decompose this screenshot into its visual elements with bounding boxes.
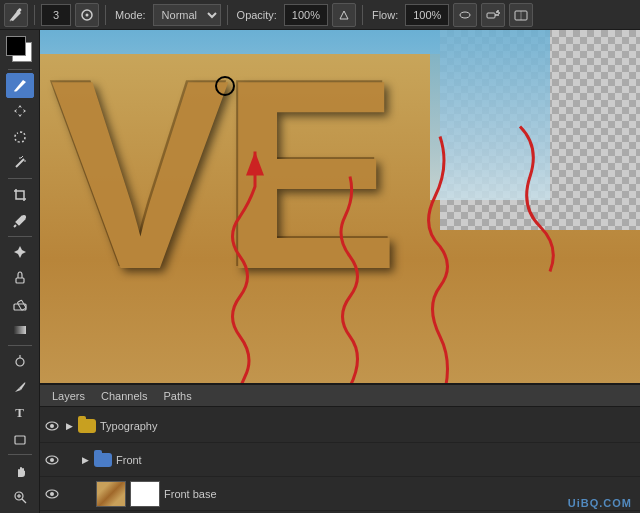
- magic-wand-button[interactable]: [6, 151, 34, 176]
- pen-tool-button[interactable]: [6, 375, 34, 400]
- flow-label: Flow:: [372, 9, 398, 21]
- tool-sep-1: [8, 69, 32, 70]
- svg-point-37: [50, 492, 54, 496]
- brush-tool-button[interactable]: [6, 73, 34, 98]
- svg-point-16: [22, 215, 25, 218]
- svg-point-21: [16, 358, 24, 366]
- flow-input[interactable]: 100%: [405, 4, 449, 26]
- layer-visibility-toggle[interactable]: [44, 452, 60, 468]
- layers-tab[interactable]: Layers: [48, 390, 89, 402]
- svg-point-7: [498, 12, 500, 14]
- heal-tool-button[interactable]: [6, 240, 34, 265]
- watermark: UiBQ.COM: [568, 497, 632, 509]
- toolbar-sep-2: [105, 5, 106, 25]
- layer-expand-arrow[interactable]: ▶: [64, 421, 74, 431]
- opacity-icon[interactable]: [332, 3, 356, 27]
- svg-line-25: [22, 499, 26, 503]
- svg-point-3: [460, 12, 470, 18]
- layer-name: Typography: [100, 420, 636, 432]
- layer-visibility-toggle[interactable]: [44, 486, 60, 502]
- layer-thumb-white: [131, 482, 159, 506]
- layer-folder-icon: [94, 453, 112, 467]
- mode-select[interactable]: Normal Multiply Screen Overlay: [153, 4, 221, 26]
- layer-expand-arrow[interactable]: ▶: [80, 455, 90, 465]
- zoom-tool-button[interactable]: [6, 484, 34, 509]
- svg-rect-4: [487, 13, 495, 18]
- crop-tool-button[interactable]: [6, 182, 34, 207]
- left-sidebar: T: [0, 30, 40, 513]
- hay-letters: VE: [50, 40, 390, 310]
- layer-visibility-toggle[interactable]: [44, 418, 60, 434]
- svg-line-15: [14, 225, 16, 227]
- opacity-label: Opacity:: [237, 9, 277, 21]
- opacity-input[interactable]: 100%: [284, 4, 328, 26]
- toolbar-sep-4: [362, 5, 363, 25]
- svg-line-14: [21, 156, 23, 158]
- color-chips[interactable]: [4, 34, 36, 62]
- tool-sep-2: [8, 178, 32, 179]
- stamp-tool-button[interactable]: [6, 266, 34, 291]
- layer-mask-thumbnail: [130, 481, 160, 507]
- hand-tool-button[interactable]: [6, 458, 34, 483]
- text-icon: T: [15, 405, 24, 421]
- svg-rect-20: [14, 326, 26, 334]
- eyedropper-button[interactable]: [6, 208, 34, 233]
- toolbar-sep-1: [34, 5, 35, 25]
- svg-rect-17: [16, 278, 24, 283]
- move-tool-button[interactable]: [6, 99, 34, 124]
- brush-settings-icon[interactable]: [75, 3, 99, 27]
- flow-icon[interactable]: [453, 3, 477, 27]
- sky-through-letter: [430, 30, 550, 200]
- eraser-tool-button[interactable]: [6, 291, 34, 316]
- layer-indent-container: ▶ Front: [80, 453, 142, 467]
- mode-label: Mode:: [115, 9, 146, 21]
- svg-point-35: [50, 458, 54, 462]
- svg-rect-19: [17, 300, 26, 310]
- svg-point-8: [497, 10, 499, 12]
- brush-tool-icon[interactable]: [4, 3, 28, 27]
- svg-line-11: [16, 159, 24, 167]
- tool-sep-5: [8, 454, 32, 455]
- text-tool-button[interactable]: T: [6, 401, 34, 426]
- bottom-panel: Layers Channels Paths ▶ Typography: [40, 383, 640, 513]
- tablet-icon[interactable]: [509, 3, 533, 27]
- layers-panel: ▶ Typography ▶ Front: [40, 407, 640, 513]
- layer-thumb-hay: [97, 482, 125, 506]
- panel-header: Layers Channels Paths: [40, 385, 640, 407]
- layer-folder-icon: [78, 419, 96, 433]
- right-area: VE: [40, 30, 640, 513]
- layer-row[interactable]: ▶ Typography: [40, 409, 640, 443]
- tool-sep-4: [8, 345, 32, 346]
- shape-tool-button[interactable]: [6, 427, 34, 452]
- lasso-tool-button[interactable]: [6, 125, 34, 150]
- svg-rect-23: [15, 436, 25, 444]
- layer-thumbnail: [96, 481, 126, 507]
- layer-name: Front: [116, 454, 142, 466]
- toolbar-sep-3: [227, 5, 228, 25]
- main-layout: T: [0, 30, 640, 513]
- layer-row[interactable]: ▶ Front: [40, 443, 640, 477]
- foreground-color-chip[interactable]: [6, 36, 26, 56]
- layer-content: Front base: [96, 481, 217, 507]
- paths-tab[interactable]: Paths: [160, 390, 196, 402]
- channels-tab[interactable]: Channels: [97, 390, 151, 402]
- tool-sep-3: [8, 236, 32, 237]
- svg-point-2: [86, 13, 89, 16]
- brush-size-input[interactable]: 3: [41, 4, 71, 26]
- layer-row[interactable]: Front base: [40, 477, 640, 511]
- layer-name: Front base: [164, 488, 217, 500]
- gradient-tool-button[interactable]: [6, 317, 34, 342]
- top-toolbar: 3 Mode: Normal Multiply Screen Overlay O…: [0, 0, 640, 30]
- dodge-tool-button[interactable]: [6, 349, 34, 374]
- svg-point-33: [50, 424, 54, 428]
- airbrush-icon[interactable]: [481, 3, 505, 27]
